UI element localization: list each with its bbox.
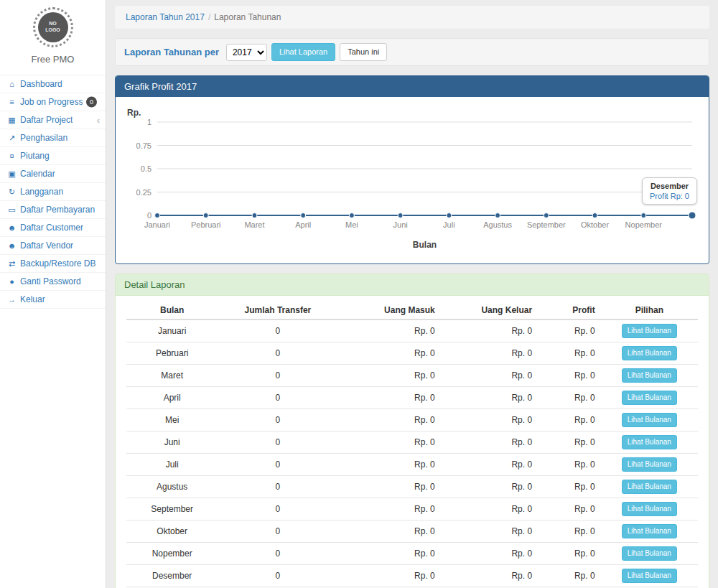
table-cell-action: Lihat Bulanan	[601, 476, 698, 498]
table-cell: 0	[218, 454, 337, 476]
sidebar-item-keluar[interactable]: →Keluar	[0, 291, 106, 309]
table-cell: Mei	[126, 409, 218, 431]
col-header: Bulan	[126, 302, 218, 319]
credit-card-icon: ▭	[6, 205, 17, 215]
table-cell: Rp. 0	[441, 521, 538, 543]
table-cell: Rp. 0	[538, 476, 601, 498]
lihat-bulanan-button[interactable]: Lihat Bulanan	[622, 391, 677, 405]
table-row: Mei0Rp. 0Rp. 0Rp. 0Lihat Bulanan	[126, 409, 698, 431]
line-chart-icon: ↗	[6, 134, 17, 143]
table-cell: Pebruari	[126, 342, 218, 365]
table-cell: Rp. 0	[338, 365, 441, 387]
table-cell-action: Lihat Bulanan	[601, 319, 698, 342]
lihat-bulanan-button[interactable]: Lihat Bulanan	[622, 480, 677, 494]
sidebar-item-dashboard[interactable]: ⌂Dashboard	[0, 75, 106, 93]
lihat-bulanan-button[interactable]: Lihat Bulanan	[622, 502, 677, 516]
lihat-bulanan-button[interactable]: Lihat Bulanan	[622, 457, 677, 472]
sidebar-item-label: Daftar Project	[20, 115, 73, 125]
table-row: September0Rp. 0Rp. 0Rp. 0Lihat Bulanan	[126, 498, 698, 521]
lihat-bulanan-button[interactable]: Lihat Bulanan	[622, 546, 677, 561]
sidebar-item-job-on-progress[interactable]: ≡Job on Progress0	[0, 93, 106, 111]
tahun-ini-button[interactable]: Tahun ini	[340, 43, 387, 61]
sidebar-menu: ⌂Dashboard≡Job on Progress0▦Daftar Proje…	[0, 75, 106, 309]
sidebar-item-daftar-vendor[interactable]: ☻Daftar Vendor	[0, 237, 106, 255]
table-cell-action: Lihat Bulanan	[601, 409, 698, 431]
table-cell: Rp. 0	[441, 498, 538, 521]
sidebar: NO LOGO Free PMO ⌂Dashboard≡Job on Progr…	[0, 0, 106, 588]
table-cell: Rp. 0	[441, 565, 538, 587]
loop-icon: ↻	[6, 187, 17, 197]
col-header: Jumlah Transfer	[218, 302, 337, 319]
sidebar-item-daftar-pembayaran[interactable]: ▭Daftar Pembayaran	[0, 201, 106, 219]
table-cell: Juli	[126, 454, 218, 476]
table-cell: Rp. 0	[338, 319, 441, 342]
report-table: BulanJumlah TransferUang MasukUang Kelua…	[126, 302, 698, 588]
lihat-bulanan-button[interactable]: Lihat Bulanan	[622, 524, 677, 538]
lihat-laporan-button[interactable]: Lihat Laporan	[271, 43, 335, 61]
table-cell: Rp. 0	[538, 319, 601, 342]
table-cell: Rp. 0	[538, 543, 601, 565]
table-cell: Januari	[126, 319, 218, 342]
sidebar-item-daftar-project[interactable]: ▦Daftar Project‹	[0, 111, 106, 129]
sidebar-item-daftar-customer[interactable]: ☻Daftar Customer	[0, 219, 106, 237]
table-row: April0Rp. 0Rp. 0Rp. 0Lihat Bulanan	[126, 387, 698, 409]
svg-text:Januari: Januari	[144, 220, 170, 229]
svg-text:1: 1	[147, 118, 151, 126]
table-cell: September	[126, 498, 218, 521]
tooltip-text: Profit Rp: 0	[650, 192, 689, 200]
col-header: Pilihan	[601, 302, 698, 319]
chart-body: Rp.00.250.50.751JanuariPebruariMaretApri…	[116, 97, 709, 263]
table-row: Januari0Rp. 0Rp. 0Rp. 0Lihat Bulanan	[126, 319, 698, 342]
table-cell: Maret	[126, 365, 218, 387]
breadcrumb: Laporan Tahun 2017/Laporan Tahunan	[115, 6, 709, 29]
table-cell: 0	[218, 365, 337, 387]
table-cell: Agustus	[126, 476, 218, 498]
table-cell: Rp. 0	[538, 409, 601, 431]
refresh-icon: ⇄	[6, 259, 17, 269]
table-cell-action: Lihat Bulanan	[601, 454, 698, 476]
table-cell: Desember	[126, 565, 218, 587]
table-cell: Rp. 0	[441, 431, 538, 454]
table-cell: Rp. 0	[338, 543, 441, 565]
svg-text:April: April	[295, 220, 311, 229]
table-cell: Rp. 0	[338, 431, 441, 454]
table-cell: 0	[218, 431, 337, 454]
sidebar-item-penghasilan[interactable]: ↗Penghasilan	[0, 129, 106, 147]
table-cell: Rp. 0	[538, 521, 601, 543]
sidebar-item-label: Daftar Vendor	[20, 241, 73, 251]
table-cell: Rp. 0	[538, 454, 601, 476]
sidebar-item-backup-restore-db[interactable]: ⇄Backup/Restore DB	[0, 255, 106, 273]
sidebar-item-langganan[interactable]: ↻Langganan	[0, 183, 106, 201]
table-cell-action: Lihat Bulanan	[601, 387, 698, 409]
col-header: Profit	[538, 302, 601, 319]
table-cell-action: Lihat Bulanan	[601, 365, 698, 387]
table-cell-action: Lihat Bulanan	[601, 521, 698, 543]
breadcrumb-link-year[interactable]: Laporan Tahun 2017	[126, 12, 205, 22]
sidebar-item-ganti-password[interactable]: ●Ganti Password	[0, 273, 106, 291]
filter-label: Laporan Tahunan per	[124, 47, 219, 57]
table-cell: 0	[218, 476, 337, 498]
table-row: Juni0Rp. 0Rp. 0Rp. 0Lihat Bulanan	[126, 431, 698, 454]
detail-body: BulanJumlah TransferUang MasukUang Kelua…	[116, 296, 709, 588]
lihat-bulanan-button[interactable]: Lihat Bulanan	[622, 368, 677, 383]
table-cell: Rp. 0	[441, 543, 538, 565]
lihat-bulanan-button[interactable]: Lihat Bulanan	[622, 569, 677, 583]
year-select[interactable]: 2017	[226, 44, 267, 61]
brand-name: Free PMO	[0, 54, 106, 65]
sidebar-item-piutang[interactable]: ¤Piutang	[0, 147, 106, 165]
sidebar-item-calendar[interactable]: ▣Calendar	[0, 165, 106, 183]
table-cell: 0	[218, 319, 337, 342]
svg-text:Agustus: Agustus	[483, 220, 512, 229]
svg-text:Oktober: Oktober	[581, 220, 609, 229]
svg-text:Juni: Juni	[393, 220, 408, 229]
svg-text:Bulan: Bulan	[413, 240, 437, 250]
detail-panel-title: Detail Laporan	[116, 274, 709, 296]
lihat-bulanan-button[interactable]: Lihat Bulanan	[622, 324, 677, 338]
lihat-bulanan-button[interactable]: Lihat Bulanan	[622, 413, 677, 427]
app-logo: NO LOGO	[33, 7, 73, 47]
table-cell: Rp. 0	[338, 454, 441, 476]
lihat-bulanan-button[interactable]: Lihat Bulanan	[622, 346, 677, 360]
svg-text:Maret: Maret	[244, 220, 264, 229]
lihat-bulanan-button[interactable]: Lihat Bulanan	[622, 435, 677, 449]
table-cell: Rp. 0	[441, 319, 538, 342]
